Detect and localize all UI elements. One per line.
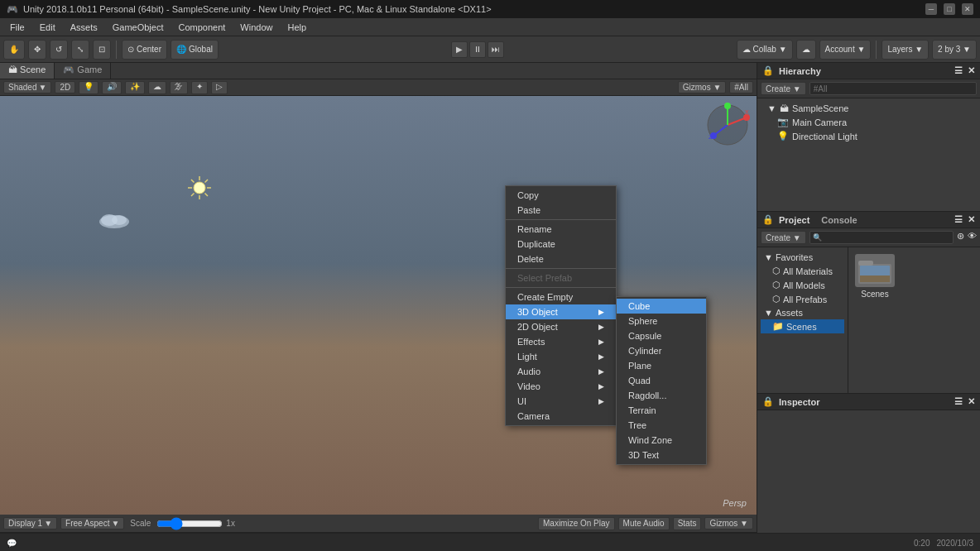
all-materials-item[interactable]: ⬡ All Materials [761, 264, 844, 278]
play-button[interactable]: ▶ [451, 41, 468, 58]
center-button[interactable]: ⊙ Center [122, 40, 167, 60]
audio-button[interactable]: 🔊 [102, 81, 122, 94]
menu-edit[interactable]: Edit [33, 21, 62, 34]
project-search-input[interactable] [824, 233, 950, 242]
display-dropdown[interactable]: Display 1 ▼ [3, 517, 57, 529]
pause-button[interactable]: ⏸ [469, 41, 486, 58]
layers-button[interactable]: Layers ▼ [882, 40, 929, 60]
project-lock-icon: 🔒 [762, 214, 774, 225]
context-menu-level1[interactable]: Copy Paste Rename Duplicate Delete Selec… [505, 185, 617, 426]
menu-assets[interactable]: Assets [64, 21, 104, 34]
persp-label: Persp [723, 498, 747, 508]
game-gizmos-dropdown[interactable]: Gizmos ▼ [704, 517, 753, 529]
tool-move[interactable]: ✥ [28, 40, 46, 60]
ctx-camera[interactable]: Camera [506, 409, 616, 424]
fog-button[interactable]: 🌫 [170, 81, 188, 94]
ctx-3d-capsule[interactable]: Capsule [617, 328, 706, 343]
ctx-3d-ragdoll[interactable]: Ragdoll... [617, 388, 706, 403]
ctx-3d-object[interactable]: 3D Object ▶ [506, 304, 616, 319]
ctx-capsule-label: Capsule [628, 331, 661, 341]
project-menu-icon: ☰ [954, 214, 963, 225]
ctx-delete[interactable]: Delete [506, 252, 616, 266]
ctx-3d-sphere[interactable]: Sphere [617, 314, 706, 328]
ctx-3d-plane[interactable]: Plane [617, 358, 706, 373]
tab-scene[interactable]: 🏔 Scene [0, 63, 55, 79]
maximize-button[interactable]: □ [944, 3, 955, 15]
stats-button[interactable]: Stats [673, 517, 702, 530]
hierarchy-create-button[interactable]: Create ▼ [761, 82, 806, 95]
ctx-3d-cube[interactable]: Cube [617, 299, 706, 314]
hierarchy-scene-item[interactable]: ▼ 🏔 SampleScene [761, 102, 977, 115]
flare-button[interactable]: ✦ [191, 81, 208, 94]
ctx-copy[interactable]: Copy [506, 188, 616, 203]
ctx-video[interactable]: Video ▶ [506, 379, 616, 394]
ctx-rename[interactable]: Rename [506, 222, 616, 237]
ctx-duplicate[interactable]: Duplicate [506, 237, 616, 252]
gizmos-dropdown[interactable]: Gizmos ▼ [678, 81, 727, 93]
scenes-folder[interactable]: Scenes [855, 254, 895, 299]
ctx-3d-tree[interactable]: Tree [617, 418, 706, 433]
console-tab[interactable]: Console [814, 215, 863, 225]
eye-icon: 👁 [968, 231, 977, 244]
close-button[interactable]: ✕ [962, 3, 973, 15]
menu-window[interactable]: Window [233, 21, 279, 34]
ctx-effects[interactable]: Effects ▶ [506, 334, 616, 349]
tool-scale[interactable]: ⤡ [71, 40, 89, 60]
ctx-3d-text[interactable]: 3D Text [617, 448, 706, 462]
ctx-light[interactable]: Light ▶ [506, 349, 616, 364]
account-button[interactable]: Account ▼ [819, 40, 872, 60]
hierarchy-item-camera[interactable]: 📷 Main Camera [761, 115, 977, 129]
ctx-3d-cylinder[interactable]: Cylinder [617, 343, 706, 358]
step-button[interactable]: ⏭ [488, 41, 504, 58]
fx-button[interactable]: ✨ [125, 81, 145, 94]
minimize-button[interactable]: ─ [925, 3, 937, 15]
collab-button[interactable]: ☁ Collab ▼ [737, 40, 793, 60]
mute-audio-button[interactable]: Mute Audio [618, 517, 670, 530]
lighting-button[interactable]: 💡 [79, 81, 98, 94]
services-button[interactable]: ☁ [796, 40, 816, 60]
ctx-2d-object[interactable]: 2D Object ▶ [506, 319, 616, 334]
scenes-tree-item[interactable]: 📁 Scenes [761, 319, 844, 333]
tab-game[interactable]: 🎮 Game [55, 63, 111, 79]
context-menu-level2[interactable]: Cube Sphere Capsule Cylinder Plane Quad … [616, 296, 707, 465]
hierarchy-item-light[interactable]: 💡 Directional Light [761, 129, 977, 143]
ctx-rename-label: Rename [517, 224, 552, 234]
ctx-3d-wind-zone[interactable]: Wind Zone [617, 433, 706, 448]
tool-hand[interactable]: ✋ [3, 40, 25, 60]
tool-rect[interactable]: ⊡ [93, 40, 111, 60]
layout-button[interactable]: 2 by 3 ▼ [932, 40, 977, 60]
hierarchy-search-input[interactable] [809, 82, 977, 95]
ctx-ui[interactable]: UI ▶ [506, 394, 616, 409]
title-bar-controls[interactable]: ─ □ ✕ [925, 3, 973, 15]
game-icon: 🎮 [63, 65, 74, 74]
ctx-create-empty[interactable]: Create Empty [506, 290, 616, 304]
ctx-audio[interactable]: Audio ▶ [506, 364, 616, 379]
project-create-button[interactable]: Create ▼ [761, 231, 806, 244]
ctx-3d-quad[interactable]: Quad [617, 373, 706, 388]
scale-label: Scale [130, 519, 151, 528]
all-prefabs-item[interactable]: ⬡ All Prefabs [761, 292, 844, 306]
all-models-item[interactable]: ⬡ All Models [761, 278, 844, 292]
aspect-dropdown[interactable]: Free Aspect ▼ [60, 517, 124, 529]
sky-button[interactable]: ☁ [148, 81, 166, 94]
taskbar-date: 2020/10/3 [937, 539, 974, 548]
animated-button[interactable]: ▷ [211, 81, 228, 94]
shaded-dropdown[interactable]: Shaded ▼ [3, 81, 51, 93]
ctx-paste[interactable]: Paste [506, 203, 616, 218]
game-controls-bar: Display 1 ▼ Free Aspect ▼ Scale 1x Maxim… [0, 515, 757, 533]
maximize-on-play-button[interactable]: Maximize On Play [538, 517, 615, 530]
ctx-3d-terrain[interactable]: Terrain [617, 403, 706, 418]
menu-help[interactable]: Help [281, 21, 313, 34]
menu-component[interactable]: Component [171, 21, 232, 34]
all-label[interactable]: #All [729, 81, 753, 93]
2d-button[interactable]: 2D [55, 81, 75, 93]
global-button[interactable]: 🌐 Global [171, 40, 219, 60]
menu-gameobject[interactable]: GameObject [106, 21, 171, 34]
assets-tree-item[interactable]: ▼ Assets [761, 306, 844, 319]
menu-file[interactable]: File [3, 21, 31, 34]
favorites-item[interactable]: ▼ Favorites [761, 251, 844, 264]
svg-text:X: X [745, 109, 749, 115]
assets-label: Assets [776, 308, 803, 318]
tool-rotate[interactable]: ↺ [50, 40, 68, 60]
scale-slider[interactable] [156, 518, 223, 529]
